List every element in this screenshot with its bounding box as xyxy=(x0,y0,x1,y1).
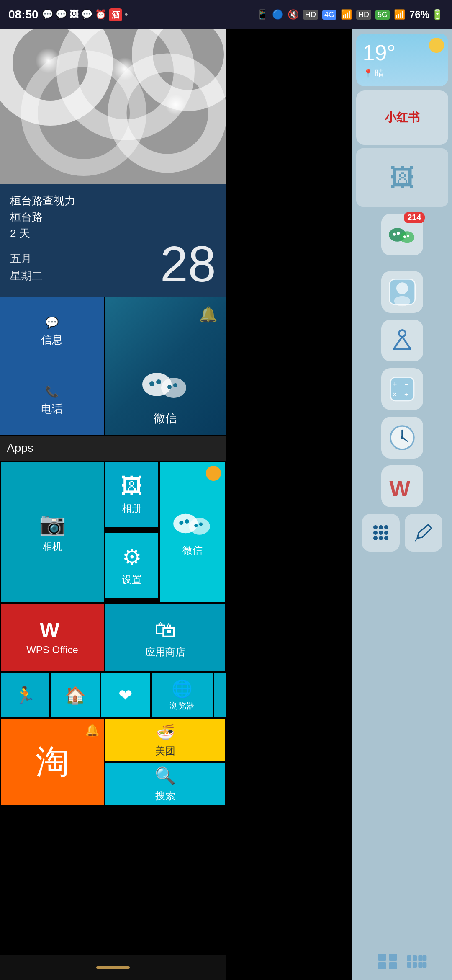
wps-sidebar-icon-btn[interactable]: W xyxy=(381,465,423,507)
calendar-month: 五月 xyxy=(10,250,43,268)
svg-point-19 xyxy=(194,524,198,527)
wechat-app-tile[interactable]: 微信 xyxy=(159,461,226,603)
home-app-tile[interactable]: 🏠 xyxy=(50,672,100,718)
wechat-app-label: 微信 xyxy=(182,544,203,557)
pencil-edit-icon xyxy=(413,522,434,543)
wechat3-status-icon: 💬 xyxy=(81,9,92,20)
settings-app-tile[interactable]: ⚙ 设置 xyxy=(105,532,159,599)
nav-indicator xyxy=(96,966,130,969)
svg-point-46 xyxy=(379,525,383,529)
grid-dots-icon xyxy=(370,522,391,543)
svg-point-30 xyxy=(394,296,410,307)
svg-text:−: − xyxy=(404,380,408,389)
wechat-sidebar-icon[interactable]: 214 xyxy=(381,214,423,255)
sidebar-bottom-icons-row xyxy=(362,514,442,552)
location-icon-btn[interactable] xyxy=(381,320,423,361)
edit-icon-btn[interactable] xyxy=(405,514,442,552)
camera-app-tile[interactable]: 📷 相机 xyxy=(0,461,105,603)
event-location: 桓台路 xyxy=(10,209,216,225)
photo-tile[interactable] xyxy=(0,29,226,184)
svg-point-16 xyxy=(179,521,183,525)
image-placeholder-icon: 🖼 xyxy=(390,163,415,192)
sim-icon: 📱 xyxy=(257,9,268,20)
search-label: 搜索 xyxy=(155,789,175,802)
wechat-app-icon xyxy=(172,507,213,540)
calendar-month-weekday: 五月 星期二 xyxy=(10,250,43,285)
svg-rect-64 xyxy=(407,962,411,968)
xhs-app-icon[interactable]: 小红书 xyxy=(356,90,448,145)
amap-app-tile[interactable]: 🗺 高德地图 xyxy=(213,672,226,718)
face-app-icon[interactable] xyxy=(381,271,423,313)
wechat-big-tile[interactable]: 🔔 微信 xyxy=(105,297,226,436)
notification-bell-icon: 🔔 xyxy=(199,306,218,323)
clock-icon-btn[interactable] xyxy=(381,417,423,459)
svg-rect-56 xyxy=(378,954,386,961)
taobao-app-tile[interactable]: 淘 🔔 xyxy=(0,718,105,806)
svg-point-8 xyxy=(165,94,186,115)
svg-text:W: W xyxy=(389,476,410,500)
4g-badge: 4G xyxy=(322,10,336,20)
svg-point-13 xyxy=(167,385,172,389)
svg-point-14 xyxy=(173,383,177,387)
browser-app-tile[interactable]: 🌐 浏览器 xyxy=(151,672,213,718)
event-title: 桓台路查视力 xyxy=(10,193,216,209)
weather-widget[interactable]: 19° 📍 晴 xyxy=(356,34,448,86)
svg-point-6 xyxy=(36,48,61,73)
wechat-big-label: 微信 xyxy=(154,410,177,426)
search-app-tile[interactable]: 🔍 搜索 xyxy=(105,762,226,806)
svg-rect-65 xyxy=(413,962,417,968)
calendar-tile[interactable]: 桓台路查视力 桓台路 2 天 五月 星期二 28 xyxy=(0,184,226,297)
sidebar-divider1 xyxy=(360,263,444,263)
svg-point-49 xyxy=(379,531,383,535)
bottom-grid-icon-svg xyxy=(377,953,398,970)
right-bottom-grid2-icon[interactable] xyxy=(406,953,427,972)
health-app-tile[interactable]: ❤ xyxy=(100,672,151,718)
image-widget[interactable]: 🖼 xyxy=(356,148,448,207)
svg-point-53 xyxy=(384,536,388,540)
phone-tile[interactable]: 📞 电话 xyxy=(0,366,105,436)
mute-icon: 🔇 xyxy=(288,9,299,20)
hd-badge: HD xyxy=(303,10,318,20)
status-right-icons: 📱 🔵 🔇 HD 4G 📶 HD 5G 📶 76% 🔋 xyxy=(257,9,444,21)
wps-app-tile[interactable]: W WPS Office xyxy=(0,603,105,672)
calendar-event-info: 桓台路查视力 桓台路 2 天 xyxy=(10,193,216,242)
svg-point-17 xyxy=(185,519,189,524)
svg-rect-62 xyxy=(418,955,422,961)
appstore-app-tile[interactable]: 🛍 应用商店 xyxy=(105,603,226,672)
svg-rect-66 xyxy=(418,962,422,968)
wps-logo-icon: W xyxy=(40,620,65,641)
svg-line-55 xyxy=(415,538,417,541)
battery-indicator: 76% 🔋 xyxy=(409,9,444,21)
svg-rect-67 xyxy=(422,962,426,968)
meituan-app-tile[interactable]: 🍜 美团 xyxy=(105,718,226,762)
weather-location-row: 📍 晴 xyxy=(363,67,442,80)
apps-text: Apps xyxy=(7,441,33,455)
svg-rect-60 xyxy=(407,955,411,961)
svg-point-29 xyxy=(396,282,408,294)
svg-line-33 xyxy=(402,337,411,349)
wechat-svg-icon xyxy=(140,368,190,401)
dot-status-icon: • xyxy=(125,9,128,20)
calculator-icon-btn[interactable]: + − × ÷ xyxy=(381,368,423,410)
battery-percent: 76% xyxy=(409,9,429,21)
messages-tile[interactable]: 💬 信息 xyxy=(0,297,105,366)
grid-icon-btn[interactable] xyxy=(362,514,400,552)
main-content-area: 桓台路查视力 桓台路 2 天 五月 星期二 28 💬 信息 📞 电话 🔔 xyxy=(0,29,226,980)
apps-section-label: Apps xyxy=(0,436,226,461)
right-bottom-grid-icon[interactable] xyxy=(377,953,398,972)
status-bar: 08:50 💬 💬 🖼 💬 ⏰ 酒 • 📱 🔵 🔇 HD 4G 📶 HD 5G … xyxy=(0,0,452,29)
run-app-tile[interactable]: 🏃 xyxy=(0,672,50,718)
camera-icon: 📷 xyxy=(39,511,66,536)
svg-text:+: + xyxy=(393,380,397,389)
phone-icon: 📞 xyxy=(45,385,59,398)
quick-tiles-row: 💬 信息 📞 电话 🔔 微信 xyxy=(0,297,226,436)
wechat2-status-icon: 💬 xyxy=(56,9,67,20)
meituan-icon: 🍜 xyxy=(156,723,175,741)
svg-rect-59 xyxy=(389,962,397,969)
album-app-tile[interactable]: 🖼 相册 xyxy=(105,461,159,528)
5g-badge: 5G xyxy=(375,10,390,20)
svg-point-25 xyxy=(400,231,414,243)
browser-label: 浏览器 xyxy=(170,700,195,712)
appstore-label: 应用商店 xyxy=(145,645,185,659)
wechat-badge xyxy=(206,466,221,481)
